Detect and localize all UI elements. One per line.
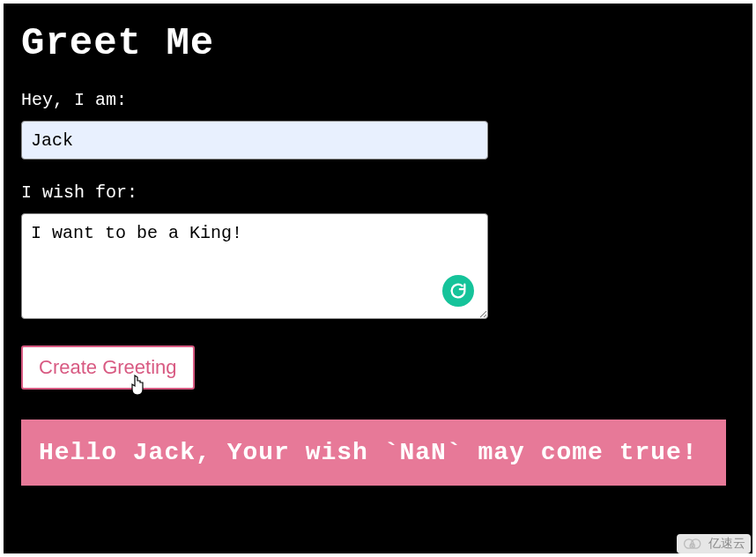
wish-label: I wish for: bbox=[21, 182, 735, 203]
wish-textarea[interactable] bbox=[21, 213, 488, 319]
watermark-text: 亿速云 bbox=[708, 536, 745, 552]
greeting-output: Hello Jack, Your wish `NaN` may come tru… bbox=[21, 420, 726, 486]
watermark: 亿速云 bbox=[677, 534, 751, 553]
app-frame: Greet Me Hey, I am: I wish for: Create G… bbox=[4, 4, 752, 553]
wish-textarea-wrap bbox=[21, 213, 488, 319]
create-greeting-button[interactable]: Create Greeting bbox=[21, 345, 195, 390]
name-input[interactable] bbox=[21, 121, 488, 160]
grammarly-icon[interactable] bbox=[442, 275, 474, 307]
submit-button-wrap: Create Greeting bbox=[21, 345, 195, 420]
name-label: Hey, I am: bbox=[21, 90, 735, 110]
page-title: Greet Me bbox=[21, 21, 735, 65]
watermark-logo-icon bbox=[682, 536, 705, 552]
